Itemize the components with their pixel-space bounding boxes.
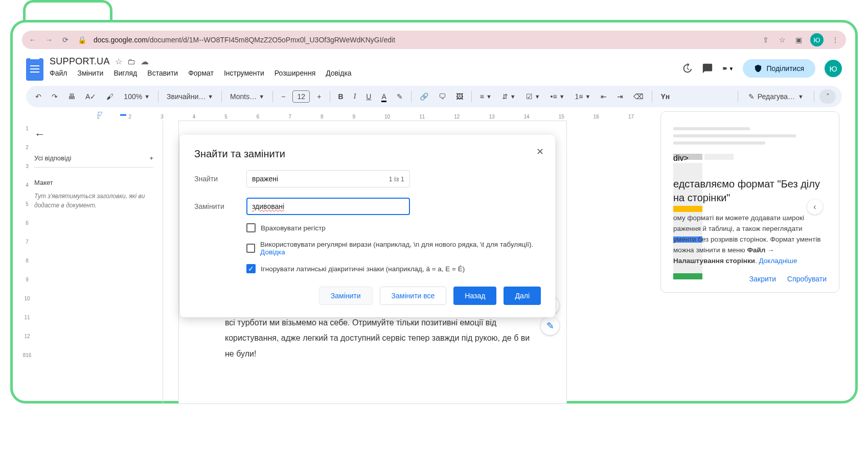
menu-extensions[interactable]: Розширення [275,69,315,77]
reload-icon[interactable]: ⟳ [61,35,70,44]
paint-format-icon[interactable]: 🖌 [103,90,117,103]
clear-formatting-icon[interactable]: ⌫ [630,90,647,103]
history-icon[interactable] [681,63,693,74]
lock-icon: 🔒 [77,35,86,44]
vertical-ruler[interactable]: 123456 789101112816 [22,121,32,404]
regex-checkbox[interactable] [246,244,255,253]
menu-format[interactable]: Формат [188,69,214,77]
menu-insert[interactable]: Вставити [147,69,178,77]
info-card-illustration: div> едставляємо формат "Без ділу на сто… [673,127,827,283]
align-icon[interactable]: ≡▼ [477,90,495,103]
doc-title[interactable]: SUPPORT.UA [50,56,110,67]
redo-icon[interactable]: ↷ [49,90,61,103]
move-folder-icon[interactable]: 🗀 [127,57,135,66]
find-label: Знайти [194,175,233,183]
outline-back-icon[interactable]: ← [34,128,153,141]
url-text[interactable]: docs.google.com/document/d/1M--WO8TFI45m… [94,36,754,44]
info-close-button[interactable]: Закрити [749,275,776,283]
highlight-icon[interactable]: ✎ [394,90,406,103]
nav-forward-icon[interactable]: → [44,35,54,44]
menu-file[interactable]: Файл [50,69,67,77]
text-color-icon[interactable]: A [378,90,389,103]
find-replace-dialog: Знайти та замінити ✕ Знайти вражені 1 із… [180,135,555,317]
insert-image-icon[interactable]: 🖼 [453,90,466,103]
outline-layout-title: Макет [34,179,153,186]
browser-menu-icon[interactable]: ⋮ [831,35,840,44]
suggest-edit-chip-icon[interactable]: ✎ [541,317,559,335]
zoom-selector[interactable]: 100% ▼ [121,90,153,103]
insert-link-icon[interactable]: 🔗 [417,90,431,103]
mode-selector[interactable]: ✎ Редагува… ▼ [743,90,809,103]
learn-more-link[interactable]: Докладніше [759,257,797,265]
menu-edit[interactable]: Змінити [77,69,103,77]
pageless-format-card: div> едставляємо формат "Без ділу на сто… [660,111,839,293]
dialog-close-icon[interactable]: ✕ [536,146,544,157]
menu-help[interactable]: Довідка [326,69,351,77]
match-case-label: Враховувати регістр [261,224,326,232]
ignore-diacritics-checkbox[interactable]: ✓ [246,264,256,273]
find-match-count: 1 із 1 [389,175,404,183]
docs-logo-icon[interactable] [26,58,43,81]
undo-icon[interactable]: ↶ [32,90,44,103]
info-try-button[interactable]: Спробувати [787,275,827,283]
cloud-status-icon: ☁ [141,57,149,66]
share-url-icon[interactable]: ⇪ [761,35,770,44]
share-button[interactable]: Поділитися [743,59,815,78]
replace-label: Замінити [194,202,233,210]
bold-icon[interactable]: B [335,90,347,103]
increase-indent-icon[interactable]: ⇥ [614,90,626,103]
dialog-title: Знайти та замінити [194,148,541,160]
decrease-indent-icon[interactable]: ⇤ [598,90,610,103]
paragraph-style-selector[interactable]: Звичайни… ▼ [164,90,216,103]
decrease-font-icon[interactable]: − [278,90,288,103]
menu-bar: Файл Змінити Вигляд Вставити Формат Інст… [50,69,675,77]
info-card-body: ому форматі ви можете додавати широкі ра… [673,213,827,267]
replace-input[interactable]: здивовані [246,198,410,215]
extensions-icon[interactable]: ▣ [794,35,803,44]
horizontal-ruler[interactable]: ▽ ▬ 12 34 56 78 910 1112 1314 1516 1718 [50,109,693,120]
outline-hint: Тут з'являтимуться заголовки, які ви дод… [34,192,153,210]
insert-comment-icon[interactable]: 🗨 [436,90,449,103]
collapse-toolbar-icon[interactable]: ˄ [819,89,836,104]
outline-panel: ← Усі відповіді + Макет Тут з'являтимуть… [32,121,163,404]
menu-view[interactable]: Вигляд [113,69,137,77]
print-icon[interactable]: 🖶 [65,90,78,103]
account-avatar[interactable]: Ю [825,60,842,77]
outline-add-icon[interactable]: + [149,154,153,162]
info-card-title: едставляємо формат "Без ділу на сторінки… [673,177,827,205]
font-size-input[interactable]: 12 [292,90,310,103]
italic-icon[interactable]: I [351,90,359,103]
explore-chip-icon[interactable]: ‹ [807,199,823,215]
star-icon[interactable]: ☆ [115,57,122,66]
find-input[interactable]: вражені 1 із 1 [246,170,410,187]
next-button[interactable]: Далі [504,287,541,305]
outline-all-responses[interactable]: Усі відповіді [34,154,71,162]
line-spacing-icon[interactable]: ⇵▼ [499,90,519,103]
nav-back-icon[interactable]: ← [28,35,37,44]
regex-help-link[interactable]: Довідка [260,248,285,256]
browser-profile-avatar[interactable]: Ю [810,33,824,46]
numbered-list-icon[interactable]: 1≡▼ [572,90,594,103]
bulleted-list-icon[interactable]: •≡▼ [547,90,568,103]
ignore-diacritics-label: Ігнорувати латинські діакритичні знаки (… [261,265,465,273]
comments-icon[interactable] [702,63,713,74]
menu-tools[interactable]: Інструменти [224,69,264,77]
replace-all-button[interactable]: Замінити все [380,287,447,305]
formatting-toolbar: ↶ ↷ 🖶 A✓ 🖌 100% ▼ Звичайни… ▼ Monts… ▼ −… [26,86,842,107]
document-body-text[interactable]: всі турботи ми візьмемо на себе. Отримуй… [225,315,531,362]
bookmark-star-icon[interactable]: ☆ [778,35,787,44]
checklist-icon[interactable]: ☑▼ [523,90,543,103]
spellcheck-icon[interactable]: A✓ [82,90,99,103]
increase-font-icon[interactable]: + [314,90,324,103]
replace-button[interactable]: Замінити [319,287,373,305]
meet-icon[interactable]: ▼ [722,63,734,74]
font-selector[interactable]: Monts… ▼ [227,90,267,103]
previous-button[interactable]: Назад [453,287,496,305]
heading-icon[interactable]: Yн [657,90,673,103]
match-case-checkbox[interactable] [246,223,256,232]
underline-icon[interactable]: U [363,90,374,103]
browser-address-bar: ← → ⟳ 🔒 docs.google.com/document/d/1M--W… [22,31,846,49]
regex-label: Використовувати регулярні вирази (наприк… [260,241,541,256]
